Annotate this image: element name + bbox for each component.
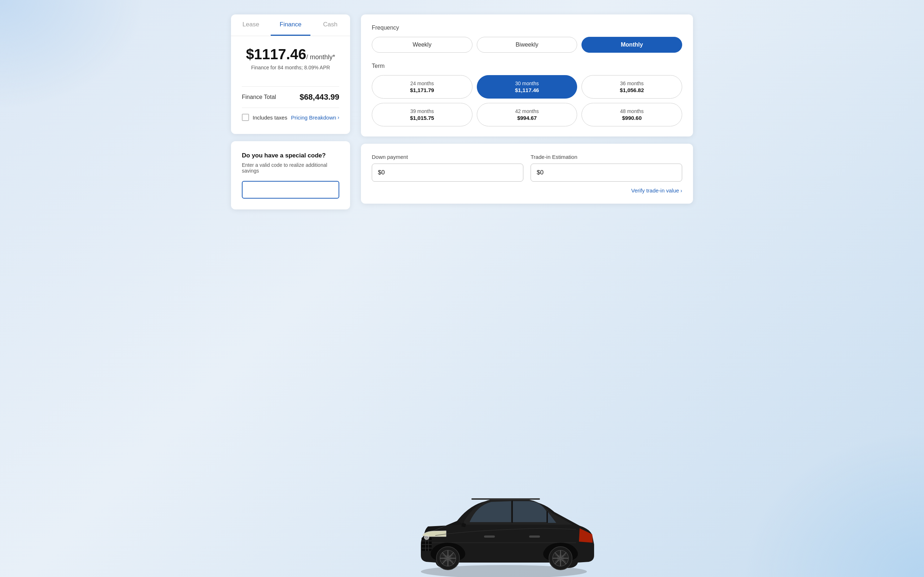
term-36m-months: 36 months — [585, 81, 678, 86]
term-36m[interactable]: 36 months $1,056.82 — [582, 75, 682, 98]
payment-card: Down payment Trade-in Estimation Verify … — [361, 144, 693, 204]
term-42m-months: 42 months — [481, 108, 574, 114]
tradein-field: Trade-in Estimation — [530, 154, 682, 182]
term-48m-months: 48 months — [585, 108, 678, 114]
includes-taxes-label: Includes taxes — [253, 114, 287, 121]
verify-chevron: › — [680, 188, 682, 193]
tab-bar: Lease Finance Cash — [231, 15, 350, 36]
finance-total-value: $68,443.99 — [300, 92, 339, 102]
pricing-inner: Finance Total $68,443.99 Includes taxes … — [231, 86, 350, 134]
term-39m-months: 39 months — [376, 108, 469, 114]
svg-rect-10 — [484, 535, 495, 538]
down-payment-field: Down payment — [372, 154, 523, 182]
freq-biweekly[interactable]: Biweekly — [477, 37, 577, 53]
term-42m-price: $994.67 — [481, 115, 574, 121]
term-label: Term — [372, 63, 682, 69]
down-payment-label: Down payment — [372, 154, 523, 160]
svg-rect-30 — [471, 498, 540, 500]
special-code-description: Enter a valid code to realize additional… — [242, 162, 339, 174]
tab-cash[interactable]: Cash — [310, 15, 350, 36]
taxes-left: Includes taxes — [242, 114, 287, 121]
pricing-breakdown-link[interactable]: Pricing Breakdown › — [291, 114, 339, 121]
down-payment-input[interactable] — [372, 164, 523, 182]
page-wrapper: Lease Finance Cash $1117.46/ monthly* Fi… — [231, 15, 693, 210]
pricing-breakdown-chevron: › — [337, 114, 339, 120]
term-grid: 24 months $1,171.79 30 months $1,117.46 … — [372, 75, 682, 126]
tradein-input[interactable] — [530, 164, 682, 182]
payment-row: Down payment Trade-in Estimation — [372, 154, 682, 182]
term-48m-price: $990.60 — [585, 115, 678, 121]
monthly-unit: / monthly* — [306, 53, 335, 61]
term-30m[interactable]: 30 months $1,117.46 — [477, 75, 577, 98]
term-39m-price: $1,015.75 — [376, 115, 469, 121]
includes-taxes-checkbox[interactable] — [242, 114, 249, 121]
term-42m[interactable]: 42 months $994.67 — [477, 103, 577, 126]
term-24m-months: 24 months — [376, 81, 469, 86]
term-39m[interactable]: 39 months $1,015.75 — [372, 103, 472, 126]
frequency-term-card: Frequency Weekly Biweekly Monthly Term 2… — [361, 15, 693, 137]
tradein-label: Trade-in Estimation — [530, 154, 682, 160]
term-36m-price: $1,056.82 — [585, 87, 678, 93]
taxes-row: Includes taxes Pricing Breakdown › — [242, 108, 339, 127]
svg-rect-11 — [529, 535, 540, 538]
bg-accent-top-left — [0, 0, 145, 108]
finance-total-label: Finance Total — [242, 94, 276, 100]
monthly-price: $1117.46/ monthly* — [242, 46, 339, 63]
frequency-label: Frequency — [372, 24, 682, 31]
frequency-buttons: Weekly Biweekly Monthly — [372, 37, 682, 53]
finance-total-row: Finance Total $68,443.99 — [242, 86, 339, 108]
tab-finance[interactable]: Finance — [271, 15, 310, 36]
left-panel: Lease Finance Cash $1117.46/ monthly* Fi… — [231, 15, 350, 210]
special-code-card: Do you have a special code? Enter a vali… — [231, 141, 350, 210]
special-code-input[interactable] — [242, 181, 339, 198]
pricing-section: $1117.46/ monthly* Finance for 84 months… — [231, 36, 350, 86]
tab-lease[interactable]: Lease — [231, 15, 271, 36]
finance-note: Finance for 84 months; 8.09% APR — [242, 64, 339, 71]
special-code-title: Do you have a special code? — [242, 152, 339, 159]
term-30m-price: $1,117.46 — [481, 87, 574, 93]
freq-monthly[interactable]: Monthly — [582, 37, 682, 53]
finance-card: Lease Finance Cash $1117.46/ monthly* Fi… — [231, 15, 350, 134]
freq-weekly[interactable]: Weekly — [372, 37, 472, 53]
term-48m[interactable]: 48 months $990.60 — [582, 103, 682, 126]
verify-tradein-link[interactable]: Verify trade-in value › — [372, 187, 682, 193]
bg-accent-bottom-right — [744, 433, 924, 577]
right-panel: Frequency Weekly Biweekly Monthly Term 2… — [361, 15, 693, 210]
term-30m-months: 30 months — [481, 81, 574, 86]
car-image: V — [399, 461, 609, 577]
term-24m-price: $1,171.79 — [376, 87, 469, 93]
term-24m[interactable]: 24 months $1,171.79 — [372, 75, 472, 98]
special-code-inner: Do you have a special code? Enter a vali… — [231, 141, 350, 210]
